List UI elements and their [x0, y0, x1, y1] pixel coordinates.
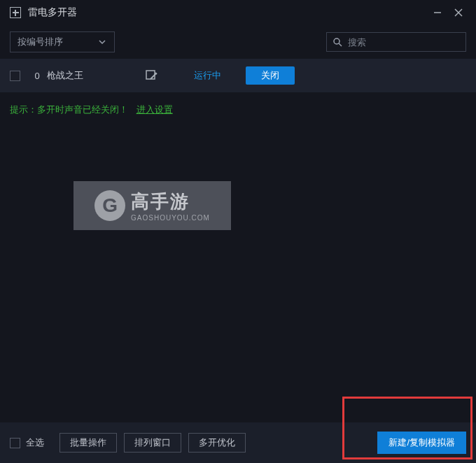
search-icon	[332, 37, 342, 47]
svg-line-6	[150, 73, 156, 79]
chevron-down-icon	[97, 37, 107, 47]
watermark: G 高手游 GAOSHOUYOU.COM	[74, 181, 231, 230]
svg-point-3	[334, 38, 340, 44]
sort-select[interactable]: 按编号排序	[10, 31, 115, 52]
close-instance-button[interactable]: 关闭	[246, 66, 295, 85]
create-emulator-button[interactable]: 新建/复制模拟器	[377, 432, 466, 454]
watermark-domain: GAOSHOUYOU.COM	[131, 214, 210, 222]
app-icon	[10, 7, 21, 18]
watermark-brand: 高手游	[131, 190, 210, 214]
search-box[interactable]	[326, 32, 466, 52]
window-title: 雷电多开器	[28, 6, 427, 19]
instance-row: 0 枪战之王 运行中 关闭	[0, 59, 476, 92]
edit-icon[interactable]	[145, 69, 162, 82]
close-button[interactable]	[448, 2, 469, 23]
instance-name: 枪战之王	[47, 69, 145, 82]
instance-status: 运行中	[183, 69, 232, 82]
batch-button[interactable]: 批量操作	[59, 433, 117, 453]
optimize-button[interactable]: 多开优化	[188, 433, 246, 453]
select-all-wrap[interactable]: 全选	[10, 436, 44, 449]
svg-rect-5	[146, 71, 155, 79]
hint-bar: 提示：多开时声音已经关闭！ 进入设置	[0, 92, 476, 127]
hint-text: 提示：多开时声音已经关闭！	[10, 104, 128, 115]
instance-index: 0	[27, 71, 47, 81]
watermark-logo-icon: G	[94, 190, 125, 221]
select-all-label: 全选	[26, 436, 44, 449]
arrange-button[interactable]: 排列窗口	[124, 433, 181, 453]
top-bar: 按编号排序	[0, 25, 476, 59]
hint-link[interactable]: 进入设置	[136, 104, 173, 115]
row-checkbox[interactable]	[10, 71, 20, 81]
search-input[interactable]	[348, 37, 465, 48]
select-all-checkbox[interactable]	[10, 438, 20, 448]
sort-label: 按编号排序	[18, 36, 63, 48]
minimize-button[interactable]	[427, 2, 448, 23]
svg-line-4	[339, 43, 342, 46]
bottom-bar: 全选 批量操作 排列窗口 多开优化 新建/复制模拟器	[0, 422, 476, 463]
title-bar: 雷电多开器	[0, 0, 476, 25]
